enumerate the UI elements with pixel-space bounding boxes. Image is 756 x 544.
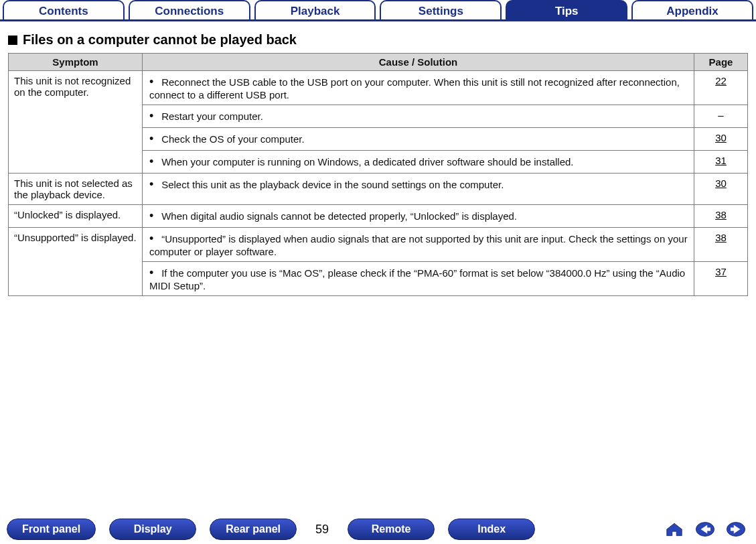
- table-row: This unit is not selected as the playbac…: [9, 174, 748, 205]
- cause-item: Select this unit as the playback device …: [148, 178, 688, 192]
- table-row: “Unlocked” is displayed. When digital au…: [9, 205, 748, 228]
- content: Files on a computer cannot be played bac…: [0, 21, 756, 296]
- page-link[interactable]: 38: [715, 232, 727, 243]
- tab-settings[interactable]: Settings: [380, 0, 502, 19]
- page-link[interactable]: 38: [715, 209, 727, 220]
- tab-tips[interactable]: Tips: [506, 0, 627, 19]
- page-cell: 31: [694, 151, 748, 174]
- cause-item: “Unsupported” is displayed when audio si…: [148, 232, 688, 257]
- bottom-icons: [661, 519, 749, 539]
- cause-cell: Reconnect the USB cable to the USB port …: [143, 71, 694, 105]
- tab-contents[interactable]: Contents: [3, 0, 125, 19]
- index-button[interactable]: Index: [448, 519, 535, 540]
- cause-item: When your computer is running on Windows…: [148, 155, 688, 169]
- page-link[interactable]: 30: [715, 178, 727, 189]
- section-title: Files on a computer cannot be played bac…: [23, 32, 297, 48]
- page-cell: 38: [694, 205, 748, 228]
- cause-cell: When your computer is running on Windows…: [143, 151, 694, 174]
- section-title-row: Files on a computer cannot be played bac…: [8, 32, 748, 48]
- cause-cell: Restart your computer.: [143, 105, 694, 128]
- page-dash: –: [718, 109, 723, 121]
- symptom-cell: This unit is not recognized on the compu…: [9, 71, 143, 174]
- square-bullet-icon: [8, 36, 17, 45]
- cause-cell: Check the OS of your computer.: [143, 128, 694, 151]
- tab-playback[interactable]: Playback: [254, 0, 376, 19]
- cause-item: If the computer you use is “Mac OS”, ple…: [148, 266, 688, 291]
- rear-panel-button[interactable]: Rear panel: [210, 519, 297, 540]
- troubleshoot-table: Symptom Cause / Solution Page This unit …: [8, 53, 748, 296]
- cause-cell: Select this unit as the playback device …: [143, 174, 694, 205]
- tab-appendix[interactable]: Appendix: [631, 0, 753, 19]
- top-nav: ContentsConnectionsPlaybackSettingsTipsA…: [0, 0, 756, 21]
- cause-cell: “Unsupported” is displayed when audio si…: [143, 228, 694, 262]
- cause-item: Check the OS of your computer.: [148, 132, 688, 146]
- page-cell: 38: [694, 228, 748, 262]
- remote-button[interactable]: Remote: [348, 519, 435, 540]
- symptom-cell: “Unsupported” is displayed.: [9, 228, 143, 296]
- page-link[interactable]: 30: [715, 132, 727, 143]
- symptom-cell: “Unlocked” is displayed.: [9, 205, 143, 228]
- cause-cell: When digital audio signals cannot be det…: [143, 205, 694, 228]
- page-cell: –: [694, 105, 748, 128]
- cause-item: Reconnect the USB cable to the USB port …: [148, 75, 688, 100]
- header-page: Page: [694, 54, 748, 71]
- page-number: 59: [315, 523, 329, 537]
- page-cell: 30: [694, 128, 748, 151]
- home-icon[interactable]: [661, 519, 688, 539]
- page-link[interactable]: 22: [715, 75, 727, 86]
- arrow-left-icon[interactable]: [692, 519, 719, 539]
- page-cell: 30: [694, 174, 748, 205]
- cause-item: Restart your computer.: [148, 109, 688, 123]
- arrow-right-icon[interactable]: [723, 519, 749, 539]
- tab-connections[interactable]: Connections: [129, 0, 250, 19]
- page-link[interactable]: 31: [715, 155, 727, 166]
- symptom-cell: This unit is not selected as the playbac…: [9, 174, 143, 205]
- page-cell: 22: [694, 71, 748, 105]
- cause-cell: If the computer you use is “Mac OS”, ple…: [143, 262, 694, 296]
- display-button[interactable]: Display: [109, 519, 196, 540]
- table-row: This unit is not recognized on the compu…: [9, 71, 748, 105]
- header-symptom: Symptom: [9, 54, 143, 71]
- table-row: “Unsupported” is displayed. “Unsupported…: [9, 228, 748, 262]
- page-link[interactable]: 37: [715, 266, 727, 277]
- bottom-bar: Front panelDisplayRear panel59RemoteInde…: [0, 519, 756, 540]
- page-cell: 37: [694, 262, 748, 296]
- header-cause: Cause / Solution: [143, 54, 694, 71]
- front-panel-button[interactable]: Front panel: [7, 519, 96, 540]
- cause-item: When digital audio signals cannot be det…: [148, 209, 688, 223]
